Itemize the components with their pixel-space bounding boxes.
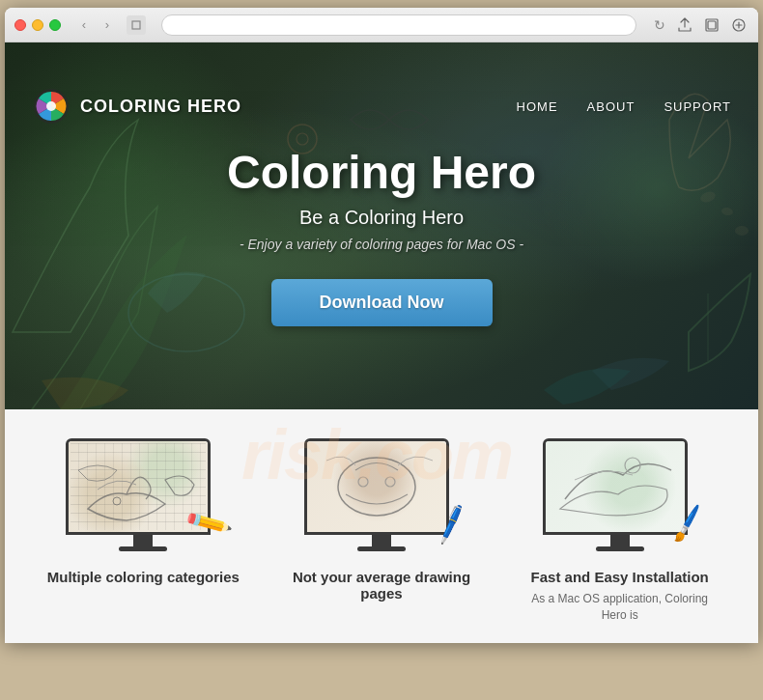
- share-icon[interactable]: [675, 15, 694, 35]
- close-button[interactable]: [14, 19, 26, 31]
- traffic-lights: [14, 19, 61, 31]
- back-button[interactable]: ‹: [74, 15, 94, 35]
- download-button[interactable]: Download Now: [271, 279, 493, 326]
- feature-item-1: ✏️ Multiple coloring categories: [46, 438, 240, 591]
- feature-monitor-2: 🖊️: [304, 438, 459, 554]
- forward-button[interactable]: ›: [98, 15, 117, 35]
- logo-area: COLORING HERO: [32, 87, 241, 126]
- site-navigation: COLORING HERO HOME ABOUT SUPPORT: [13, 77, 750, 135]
- feature-item-3: 🖌️ Fast and Easy Installation As a Mac O…: [523, 438, 717, 624]
- svg-point-14: [358, 477, 368, 487]
- svg-rect-0: [132, 21, 140, 29]
- nav-home[interactable]: HOME: [517, 99, 558, 114]
- maximize-button[interactable]: [49, 19, 61, 31]
- monitor-screen-2: [307, 441, 446, 532]
- window-mode-button[interactable]: [127, 15, 146, 35]
- nav-links: HOME ABOUT SUPPORT: [517, 99, 731, 114]
- svg-point-12: [113, 497, 121, 505]
- browser-window: ‹ › ↻: [5, 8, 758, 643]
- hero-tagline: - Enjoy a variety of coloring pages for …: [240, 237, 523, 252]
- browser-titlebar: ‹ › ↻: [5, 8, 758, 42]
- new-tab-icon[interactable]: [702, 15, 721, 35]
- add-tab-icon[interactable]: [729, 15, 749, 35]
- svg-point-5: [46, 101, 56, 111]
- nav-about[interactable]: ABOUT: [587, 99, 636, 114]
- feature-2-title: Not your average drawing pages: [285, 569, 478, 602]
- nav-buttons: ‹ ›: [74, 15, 117, 35]
- feature-3-title: Fast and Easy Installation: [531, 569, 709, 585]
- feature-3-desc: As a Mac OS application, Coloring Hero i…: [523, 591, 717, 624]
- refresh-button[interactable]: ↻: [652, 17, 667, 33]
- features-section: ✏️ Multiple coloring categories: [5, 409, 758, 643]
- hero-subtitle: Be a Coloring Hero: [299, 207, 464, 229]
- svg-point-15: [385, 477, 395, 487]
- monitor-screen-3: [546, 441, 685, 532]
- feature-item-2: 🖊️ Not your average drawing pages: [285, 438, 478, 607]
- svg-rect-2: [708, 21, 716, 29]
- browser-actions: [675, 15, 749, 35]
- feature-monitor-1: ✏️: [66, 438, 220, 554]
- logo-text: COLORING HERO: [80, 97, 241, 117]
- logo-icon: [32, 87, 71, 126]
- minimize-button[interactable]: [32, 19, 43, 31]
- monitor-body-3: [543, 438, 688, 535]
- svg-point-13: [338, 458, 415, 516]
- feature-1-title: Multiple coloring categories: [47, 569, 240, 585]
- feature-monitor-3: 🖌️: [543, 438, 697, 554]
- monitor-body-2: [304, 438, 449, 535]
- hero-title: Coloring Hero: [227, 146, 536, 199]
- nav-support[interactable]: SUPPORT: [664, 99, 731, 114]
- address-bar[interactable]: [161, 14, 636, 36]
- website-content: COLORING HERO HOME ABOUT SUPPORT: [5, 42, 758, 643]
